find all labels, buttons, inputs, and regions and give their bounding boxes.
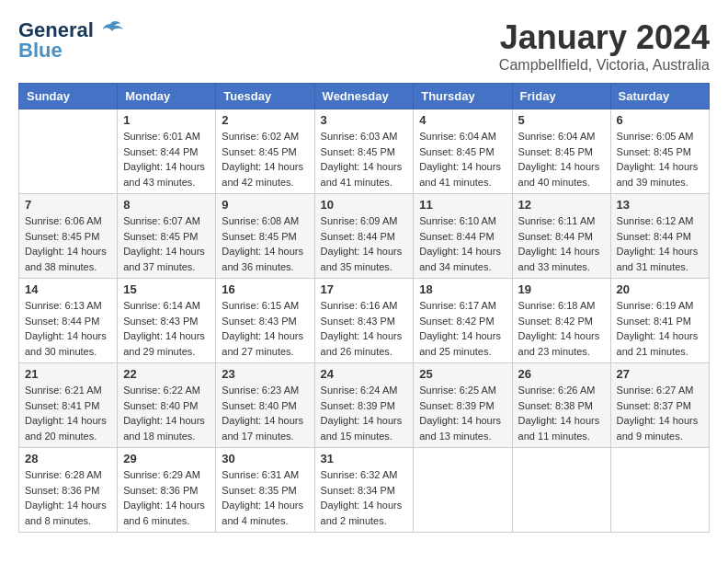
- table-row: 23Sunrise: 6:23 AMSunset: 8:40 PMDayligh…: [216, 363, 314, 448]
- calendar-table: Sunday Monday Tuesday Wednesday Thursday…: [18, 83, 710, 533]
- table-row: 12Sunrise: 6:11 AMSunset: 8:44 PMDayligh…: [512, 194, 610, 279]
- day-info: Sunrise: 6:22 AMSunset: 8:40 PMDaylight:…: [123, 383, 210, 443]
- table-row: 9Sunrise: 6:08 AMSunset: 8:45 PMDaylight…: [216, 194, 314, 279]
- table-row: 21Sunrise: 6:21 AMSunset: 8:41 PMDayligh…: [19, 363, 118, 448]
- month-title: January 2024: [499, 18, 710, 57]
- day-number: 9: [222, 198, 308, 212]
- day-info: Sunrise: 6:08 AMSunset: 8:45 PMDaylight:…: [222, 213, 308, 274]
- day-number: 12: [518, 198, 605, 212]
- table-row: 2Sunrise: 6:02 AMSunset: 8:45 PMDaylight…: [216, 109, 314, 194]
- table-row: 19Sunrise: 6:18 AMSunset: 8:42 PMDayligh…: [512, 279, 610, 363]
- table-row: 17Sunrise: 6:16 AMSunset: 8:43 PMDayligh…: [314, 279, 414, 363]
- day-number: 22: [123, 367, 210, 381]
- day-number: 15: [123, 282, 210, 296]
- logo-text-blue: Blue: [18, 39, 63, 63]
- day-number: 14: [25, 282, 111, 296]
- day-number: 27: [617, 367, 703, 381]
- table-row: 11Sunrise: 6:10 AMSunset: 8:44 PMDayligh…: [414, 194, 512, 279]
- table-row: 28Sunrise: 6:28 AMSunset: 8:36 PMDayligh…: [19, 448, 118, 533]
- day-number: 23: [222, 367, 308, 381]
- header-tuesday: Tuesday: [216, 84, 314, 109]
- day-info: Sunrise: 6:12 AMSunset: 8:44 PMDaylight:…: [617, 213, 703, 274]
- day-info: Sunrise: 6:32 AMSunset: 8:34 PMDaylight:…: [321, 467, 408, 528]
- table-row: 24Sunrise: 6:24 AMSunset: 8:39 PMDayligh…: [314, 363, 414, 448]
- day-info: Sunrise: 6:21 AMSunset: 8:41 PMDaylight:…: [25, 383, 111, 443]
- table-row: 22Sunrise: 6:22 AMSunset: 8:40 PMDayligh…: [118, 363, 216, 448]
- day-number: 1: [123, 113, 210, 127]
- header-thursday: Thursday: [414, 84, 512, 109]
- day-info: Sunrise: 6:04 AMSunset: 8:45 PMDaylight:…: [518, 129, 605, 190]
- day-number: 17: [321, 282, 408, 296]
- day-number: 6: [617, 113, 703, 127]
- day-info: Sunrise: 6:23 AMSunset: 8:40 PMDaylight:…: [222, 383, 308, 443]
- day-info: Sunrise: 6:11 AMSunset: 8:44 PMDaylight:…: [518, 213, 605, 274]
- day-info: Sunrise: 6:31 AMSunset: 8:35 PMDaylight:…: [222, 467, 308, 528]
- day-number: 3: [321, 113, 408, 127]
- table-row: 13Sunrise: 6:12 AMSunset: 8:44 PMDayligh…: [610, 194, 709, 279]
- calendar-week-row: 1Sunrise: 6:01 AMSunset: 8:44 PMDaylight…: [19, 109, 710, 194]
- day-number: 5: [518, 113, 605, 127]
- calendar-week-row: 14Sunrise: 6:13 AMSunset: 8:44 PMDayligh…: [19, 279, 710, 363]
- header-friday: Friday: [512, 84, 610, 109]
- day-number: 20: [617, 282, 703, 296]
- title-block: January 2024 Campbellfield, Victoria, Au…: [499, 18, 710, 74]
- table-row: 20Sunrise: 6:19 AMSunset: 8:41 PMDayligh…: [610, 279, 709, 363]
- day-number: 29: [123, 452, 210, 465]
- table-row: [19, 109, 118, 194]
- day-info: Sunrise: 6:24 AMSunset: 8:39 PMDaylight:…: [321, 383, 408, 443]
- table-row: 8Sunrise: 6:07 AMSunset: 8:45 PMDaylight…: [118, 194, 216, 279]
- day-info: Sunrise: 6:06 AMSunset: 8:45 PMDaylight:…: [25, 213, 111, 274]
- table-row: 3Sunrise: 6:03 AMSunset: 8:45 PMDaylight…: [314, 109, 414, 194]
- header-sunday: Sunday: [19, 84, 118, 109]
- table-row: 4Sunrise: 6:04 AMSunset: 8:45 PMDaylight…: [414, 109, 512, 194]
- day-number: 31: [321, 452, 408, 465]
- day-number: 19: [518, 282, 605, 296]
- day-info: Sunrise: 6:03 AMSunset: 8:45 PMDaylight:…: [321, 129, 408, 190]
- day-info: Sunrise: 6:25 AMSunset: 8:39 PMDaylight:…: [419, 383, 506, 443]
- day-info: Sunrise: 6:07 AMSunset: 8:45 PMDaylight:…: [123, 213, 210, 274]
- day-number: 24: [321, 367, 408, 381]
- table-row: 1Sunrise: 6:01 AMSunset: 8:44 PMDaylight…: [118, 109, 216, 194]
- table-row: 14Sunrise: 6:13 AMSunset: 8:44 PMDayligh…: [19, 279, 118, 363]
- table-row: 7Sunrise: 6:06 AMSunset: 8:45 PMDaylight…: [19, 194, 118, 279]
- day-info: Sunrise: 6:28 AMSunset: 8:36 PMDaylight:…: [25, 467, 111, 528]
- day-number: 4: [419, 113, 506, 127]
- table-row: 6Sunrise: 6:05 AMSunset: 8:45 PMDaylight…: [610, 109, 709, 194]
- day-info: Sunrise: 6:05 AMSunset: 8:45 PMDaylight:…: [617, 129, 703, 190]
- day-number: 18: [419, 282, 506, 296]
- day-number: 10: [321, 198, 408, 212]
- day-number: 26: [518, 367, 605, 381]
- day-number: 11: [419, 198, 506, 212]
- day-info: Sunrise: 6:15 AMSunset: 8:43 PMDaylight:…: [222, 298, 308, 359]
- day-info: Sunrise: 6:13 AMSunset: 8:44 PMDaylight:…: [25, 298, 111, 359]
- day-number: 2: [222, 113, 308, 127]
- logo-bird-icon: [97, 20, 123, 40]
- day-info: Sunrise: 6:02 AMSunset: 8:45 PMDaylight:…: [222, 129, 308, 190]
- calendar-week-row: 28Sunrise: 6:28 AMSunset: 8:36 PMDayligh…: [19, 448, 710, 533]
- day-info: Sunrise: 6:14 AMSunset: 8:43 PMDaylight:…: [123, 298, 210, 359]
- table-row: 18Sunrise: 6:17 AMSunset: 8:42 PMDayligh…: [414, 279, 512, 363]
- day-info: Sunrise: 6:04 AMSunset: 8:45 PMDaylight:…: [419, 129, 506, 190]
- day-number: 21: [25, 367, 111, 381]
- day-info: Sunrise: 6:10 AMSunset: 8:44 PMDaylight:…: [419, 213, 506, 274]
- table-row: [414, 448, 512, 533]
- day-info: Sunrise: 6:18 AMSunset: 8:42 PMDaylight:…: [518, 298, 605, 359]
- day-info: Sunrise: 6:01 AMSunset: 8:44 PMDaylight:…: [123, 129, 210, 190]
- day-info: Sunrise: 6:17 AMSunset: 8:42 PMDaylight:…: [419, 298, 506, 359]
- day-number: 16: [222, 282, 308, 296]
- table-row: 31Sunrise: 6:32 AMSunset: 8:34 PMDayligh…: [314, 448, 414, 533]
- table-row: 25Sunrise: 6:25 AMSunset: 8:39 PMDayligh…: [414, 363, 512, 448]
- table-row: 29Sunrise: 6:29 AMSunset: 8:36 PMDayligh…: [118, 448, 216, 533]
- table-row: 5Sunrise: 6:04 AMSunset: 8:45 PMDaylight…: [512, 109, 610, 194]
- table-row: [610, 448, 709, 533]
- logo: General Blue: [18, 18, 123, 63]
- calendar-week-row: 7Sunrise: 6:06 AMSunset: 8:45 PMDaylight…: [19, 194, 710, 279]
- table-row: 27Sunrise: 6:27 AMSunset: 8:37 PMDayligh…: [610, 363, 709, 448]
- day-info: Sunrise: 6:29 AMSunset: 8:36 PMDaylight:…: [123, 467, 210, 528]
- day-number: 13: [617, 198, 703, 212]
- day-info: Sunrise: 6:16 AMSunset: 8:43 PMDaylight:…: [321, 298, 408, 359]
- table-row: 10Sunrise: 6:09 AMSunset: 8:44 PMDayligh…: [314, 194, 414, 279]
- day-info: Sunrise: 6:19 AMSunset: 8:41 PMDaylight:…: [617, 298, 703, 359]
- page-header: General Blue January 2024 Campbellfield,…: [18, 18, 710, 74]
- day-info: Sunrise: 6:09 AMSunset: 8:44 PMDaylight:…: [321, 213, 408, 274]
